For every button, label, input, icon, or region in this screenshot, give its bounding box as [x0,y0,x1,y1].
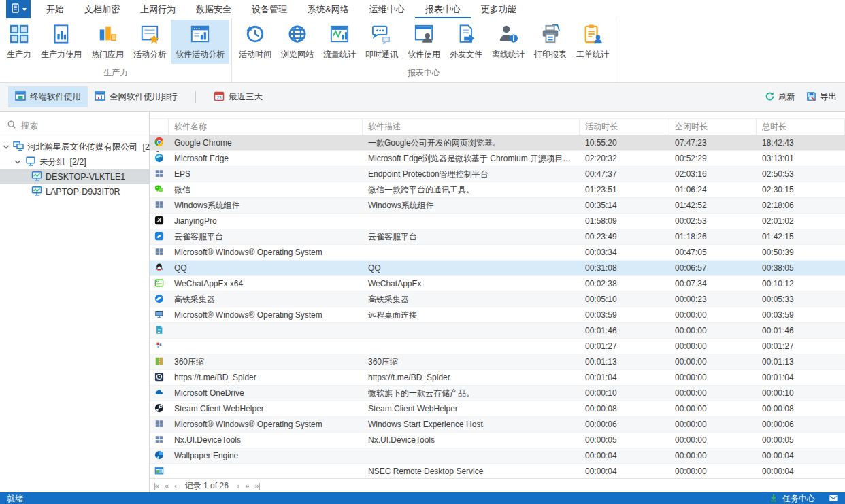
table-row[interactable]: Microsoft OneDrive微软旗下的一款云存储产品。00:00:100… [150,386,845,401]
printer-icon [540,24,561,46]
table-row[interactable]: Windows系统组件Windows系统组件00:35:1401:42:5202… [150,198,845,214]
ribbon-item-1-1[interactable]: 浏览网站 [276,20,318,64]
ribbon-item-1-5[interactable]: 外发文件 [445,20,487,64]
table-row[interactable]: 微信微信一款跨平台的通讯工具。01:23:5101:06:2402:30:15 [150,182,845,198]
column-header-1[interactable]: 软件描述 [363,119,580,135]
download-arrow-icon [769,493,778,504]
export-button[interactable]: 导出 [806,91,837,103]
tree-node-1[interactable]: 未分组 [2/2] [0,154,149,169]
tree-node-2[interactable]: DESKTOP-VLKTLE1 [0,169,149,184]
next-page-button[interactable]: › [237,482,239,490]
idle-duration: 00:00:23 [669,295,757,304]
menu-item-8[interactable]: 更多功能 [471,0,527,18]
mail-icon[interactable] [829,493,838,504]
table-row[interactable]: Steam Client WebHelperSteam Client WebHe… [150,401,845,417]
next-fast-button[interactable]: » [245,482,248,490]
ribbon-item-1-3[interactable]: 即时通讯 [361,20,403,64]
view-tabs: 终端软件使用全网软件使用排行23最近三天 [8,86,269,107]
tree-node-0[interactable]: 河北瀚星辰文化传媒有限公司 [2/2] [0,139,149,154]
table-row[interactable]: 云雀客服平台云雀客服平台00:23:4901:18:2601:42:15 [150,229,845,245]
menu-item-1[interactable]: 文档加密 [74,0,130,18]
ribbon-group-1: 活动时间浏览网站流量统计即时通讯软件使用外发文件离线统计打印报表工单统计报表中心 [232,18,616,82]
ribbon-item-0-2[interactable]: 热门应用 [86,20,129,64]
table-row[interactable]: Microsoft EdgeMicrosoft Edge浏览器是微软基于 Chr… [150,151,845,167]
ribbon-item-1-0[interactable]: 活动时间 [234,20,276,64]
table-row[interactable]: Wallpaper Engine00:00:0400:00:0000:00:04 [150,448,845,464]
table-row[interactable]: NSEC Remote Desktop Service00:00:0400:00… [150,464,845,478]
column-header-2[interactable]: 活动时长 [580,119,669,135]
ribbon-item-0-4[interactable]: 软件活动分析 [171,20,229,64]
table-row[interactable]: 00:01:4600:00:0000:01:46 [150,323,845,339]
menu-item-7[interactable]: 报表中心 [415,0,471,18]
refresh-icon [765,91,775,103]
ribbon-item-0-0[interactable]: 生产力 [2,20,36,64]
tab-0[interactable]: 终端软件使用 [8,86,88,107]
tabterm-icon [15,90,26,103]
menu-item-3[interactable]: 数据安全 [186,0,242,18]
prev-fast-button[interactable]: « [165,482,168,490]
table-row[interactable]: Nx.UI.DeviceToolsNx.UI.DeviceTools00:00:… [150,433,845,448]
ribbon-item-1-8[interactable]: 工单统计 [571,20,614,64]
app-menu-button[interactable] [6,0,31,18]
tab-2[interactable]: 23最近三天 [207,86,269,107]
ribbon-item-1-2[interactable]: 流量统计 [318,20,361,64]
idle-duration: 00:47:05 [669,248,757,257]
wechat-icon [154,184,164,196]
table-row[interactable]: 360压缩360压缩00:01:1300:00:0000:01:13 [150,354,845,370]
software-desc: QQ [363,263,580,273]
software-name: Microsoft® Windows® Operating System [169,310,363,320]
chevron-down-icon [22,8,27,11]
software-name: 微信 [169,184,363,196]
prev-page-button[interactable]: ‹ [174,482,176,490]
column-header-icon[interactable] [150,119,169,135]
table-row[interactable]: EPSEndpoint Protection管理控制平台00:47:3702:0… [150,167,845,182]
ribbon-item-1-7[interactable]: 打印报表 [529,20,571,64]
software-desc: WeChatAppEx [363,279,580,288]
menu-item-4[interactable]: 设备管理 [242,0,297,18]
idle-duration: 00:00:00 [669,435,757,445]
table-row[interactable]: 高铁采集器高铁采集器00:05:1000:00:2300:05:33 [150,292,845,307]
table-row[interactable]: QQQQ00:31:0800:06:5700:38:05 [150,261,845,276]
idle-duration: 00:00:00 [669,341,757,351]
table-row[interactable]: https://t.me/BD_Spiderhttps://t.me/BD_Sp… [150,370,845,386]
table-row[interactable]: Microsoft® Windows® Operating System00:0… [150,245,845,261]
software-icon [150,356,169,368]
table-row[interactable]: Google Chrome一款Google公司开发的网页浏览器。10:55:20… [150,135,845,151]
table-row[interactable]: Microsoft® Windows® Operating SystemWind… [150,417,845,433]
table-row[interactable]: Microsoft® Windows® Operating System远程桌面… [150,307,845,323]
table-row[interactable]: 00:01:2700:00:0000:01:27 [150,339,845,354]
search-input[interactable]: 搜索 [0,117,149,135]
menu-item-5[interactable]: 系统&网络 [297,0,359,18]
zip360-icon [154,356,164,368]
tab-1[interactable]: 全网软件使用排行 [88,86,184,107]
ribbon-item-1-4[interactable]: 软件使用 [403,20,445,64]
table-row[interactable]: WeChatAppEx x64WeChatAppEx00:02:3800:07:… [150,276,845,292]
refresh-button[interactable]: 刷新 [765,91,795,103]
column-header-0[interactable]: 软件名称 [169,119,363,135]
table-row[interactable]: JianyingPro01:58:0900:02:5302:01:02 [150,214,845,229]
idle-duration: 00:07:34 [669,279,757,288]
table-header: 软件名称软件描述活动时长空闲时长总时长 [150,118,845,135]
total-duration: 00:00:10 [757,388,845,398]
first-page-button[interactable]: |« [154,482,159,490]
tree-node-3[interactable]: LAPTOP-D9J3IT0R [0,184,149,199]
ribbon-item-0-3[interactable]: 活动分析 [129,20,171,64]
chevron-down-icon[interactable] [3,144,10,150]
chevron-down-icon[interactable] [14,158,22,165]
ribbon-item-0-1[interactable]: 生产力使用 [36,20,86,64]
software-desc: 远程桌面连接 [363,309,580,321]
idle-duration: 00:00:00 [669,357,757,367]
edge-icon [154,153,164,165]
task-center-link[interactable]: 任务中心 [782,493,815,504]
column-header-3[interactable]: 空闲时长 [669,119,757,135]
ribbon-group-0: 生产力生产力使用热门应用活动分析软件活动分析生产力 [0,18,232,82]
last-page-button[interactable]: »| [255,482,260,490]
software-icon [150,372,169,384]
ribbon-item-1-6[interactable]: 离线统计 [487,20,529,64]
menu-item-6[interactable]: 运维中心 [359,0,415,18]
menu-item-0[interactable]: 开始 [36,0,74,18]
total-duration: 00:10:12 [757,279,845,288]
menu-item-2[interactable]: 上网行为 [130,0,186,18]
column-header-4[interactable]: 总时长 [757,119,845,135]
clipboard-icon [582,24,603,46]
